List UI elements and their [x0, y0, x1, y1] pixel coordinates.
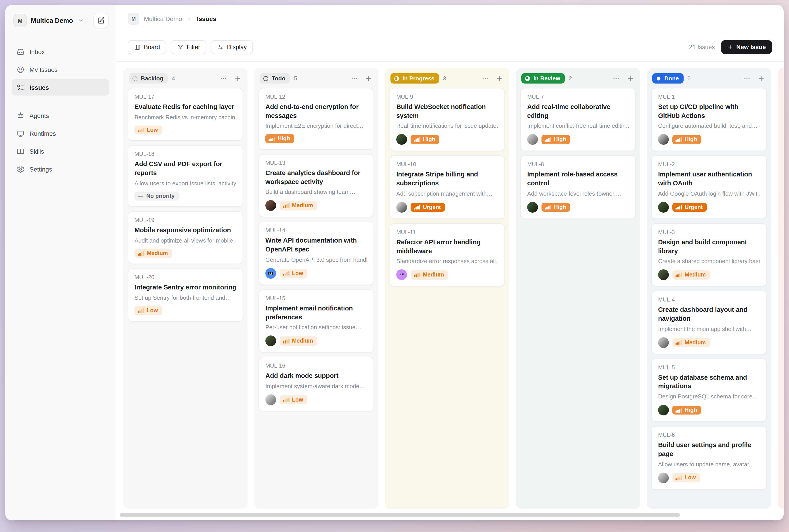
- chevron-down-icon[interactable]: [78, 17, 84, 24]
- issue-card[interactable]: MUL-6 Build user settings and profile pa…: [652, 426, 767, 489]
- issue-card[interactable]: MUL-14 Write API documentation with Open…: [259, 222, 374, 285]
- half-clock-icon: [394, 75, 400, 81]
- issue-card[interactable]: MUL-7 Add real-time collaborative editin…: [521, 88, 636, 151]
- priority-bars-icon: [676, 407, 682, 413]
- priority-label: No priority: [146, 193, 174, 199]
- filter-view-button[interactable]: Filter: [171, 40, 206, 54]
- column-in-review: In Review 2 MUL-7 Add real-time collabor…: [516, 68, 640, 509]
- new-issue-button[interactable]: New Issue: [721, 40, 772, 54]
- workspace-avatar[interactable]: M: [13, 14, 27, 27]
- issue-meta: Low: [134, 125, 236, 134]
- issue-id: MUL-18: [134, 151, 236, 157]
- issue-title: Add end-to-end encryption for messages: [265, 103, 367, 120]
- issue-card[interactable]: MUL-18 Add CSV and PDF export for report…: [128, 145, 243, 207]
- display-view-button[interactable]: Display: [211, 40, 253, 54]
- priority-bars-icon: [545, 205, 551, 210]
- priority-bars-icon: [283, 203, 289, 208]
- view-controls: Board Filter Display: [128, 40, 253, 54]
- issue-card[interactable]: MUL-15 Implement email notification pref…: [259, 289, 374, 353]
- issue-card[interactable]: MUL-4 Create dashboard layout and naviga…: [652, 291, 767, 354]
- issue-card[interactable]: MUL-3 Design and build component library…: [652, 223, 767, 287]
- compose-button[interactable]: [93, 13, 109, 28]
- issue-card[interactable]: MUL-9 Build WebSocket notification syste…: [390, 88, 505, 151]
- priority-bars-icon: [137, 251, 144, 256]
- priority-badge: Urgent: [672, 203, 707, 212]
- column-cards: MUL-7 Add real-time collaborative editin…: [521, 88, 636, 219]
- chevron-right-icon: [187, 16, 192, 22]
- priority-badge: High: [265, 134, 294, 144]
- issue-card[interactable]: MUL-19 Mobile responsive optimization Au…: [128, 211, 243, 264]
- priority-bars-icon: [676, 340, 682, 345]
- sidebar-item-issues[interactable]: Issues: [12, 79, 110, 96]
- issue-card[interactable]: MUL-12 Add end-to-end encryption for mes…: [259, 88, 374, 150]
- priority-bars-icon: [676, 475, 682, 480]
- sidebar-item-runtimes[interactable]: Runtimes: [12, 125, 110, 141]
- column-status-pill[interactable]: Done: [652, 73, 683, 83]
- issue-meta: High: [527, 202, 629, 213]
- issue-card[interactable]: MUL-16 Add dark mode support Implement s…: [259, 357, 374, 412]
- issue-card[interactable]: MUL-2 Implement user authentication with…: [652, 156, 767, 219]
- issue-meta: —No priority: [134, 191, 236, 201]
- issue-meta: Low: [658, 472, 760, 483]
- issue-id: MUL-1: [658, 94, 760, 100]
- sidebar-item-my-issues[interactable]: My Issues: [12, 61, 110, 78]
- issue-title: Create dashboard layout and navigation: [658, 306, 760, 323]
- board-view-button[interactable]: Board: [128, 40, 166, 54]
- scrollbar-thumb[interactable]: [120, 513, 680, 517]
- column-add-button[interactable]: [496, 75, 503, 82]
- column-todo: Todo 5 MUL-12 Add end-to-end encryption …: [254, 68, 378, 509]
- issue-card[interactable]: MUL-20 Integrate Sentry error monitoring…: [128, 269, 243, 321]
- column-label: In Progress: [402, 75, 434, 82]
- column-more-button[interactable]: [482, 75, 489, 82]
- column-done: Done 6 MUL-1 Set up CI/CD pipeline with …: [647, 68, 771, 509]
- sidebar-item-settings[interactable]: Settings: [12, 161, 110, 177]
- column-more-button[interactable]: [351, 75, 358, 82]
- sidebar-item-skills[interactable]: Skills: [12, 143, 110, 159]
- issue-title: Implement role-based access control: [527, 170, 629, 188]
- priority-bars-icon: [545, 137, 551, 142]
- plus-icon: [727, 44, 733, 50]
- issue-meta: Medium: [658, 270, 760, 280]
- issue-card[interactable]: MUL-1 Set up CI/CD pipeline with GitHub …: [652, 88, 767, 151]
- issue-card[interactable]: MUL-11 Refactor API error handling middl…: [390, 223, 505, 287]
- sidebar-item-agents[interactable]: Agents: [12, 107, 110, 124]
- column-status-pill[interactable]: In Progress: [391, 73, 439, 83]
- priority-label: Medium: [685, 272, 706, 278]
- issue-card[interactable]: MUL-13 Create analytics dashboard for wo…: [259, 154, 374, 217]
- priority-badge: Low: [280, 269, 307, 278]
- priority-label: High: [685, 407, 697, 413]
- issue-description: Add subscription management with…: [396, 190, 498, 197]
- column-add-button[interactable]: [758, 75, 765, 82]
- issue-card[interactable]: MUL-5 Set up database schema and migrati…: [652, 359, 767, 422]
- column-status-pill[interactable]: In Review: [521, 73, 565, 83]
- issue-card[interactable]: MUL-17 Evaluate Redis for caching layer …: [128, 88, 243, 141]
- priority-label: High: [554, 137, 566, 142]
- workspace-name[interactable]: Multica Demo: [31, 17, 73, 24]
- priority-label: Urgent: [423, 204, 441, 210]
- column-add-button[interactable]: [627, 75, 634, 82]
- priority-badge: Medium: [134, 249, 172, 258]
- column-more-button[interactable]: [220, 75, 227, 82]
- sidebar-item-inbox[interactable]: Inbox: [12, 43, 110, 60]
- assignee-avatar: [265, 395, 276, 405]
- priority-bars-icon: [414, 137, 420, 142]
- issue-title: Set up CI/CD pipeline with GitHub Action…: [658, 103, 760, 120]
- column-status-pill[interactable]: Todo: [260, 73, 290, 83]
- issue-id: MUL-17: [134, 94, 236, 100]
- horizontal-scrollbar[interactable]: [116, 511, 784, 520]
- column-add-button[interactable]: [234, 75, 241, 82]
- issue-card[interactable]: MUL-8 Implement role-based access contro…: [521, 156, 636, 219]
- issue-card[interactable]: MUL-10 Integrate Stripe billing and subs…: [390, 156, 505, 219]
- column-cards: MUL-17 Evaluate Redis for caching layer …: [128, 88, 243, 321]
- column-status-pill[interactable]: Backlog: [129, 73, 168, 83]
- issue-title: Add CSV and PDF export for reports: [134, 160, 236, 177]
- main-area: M Multica Demo Issues Board Filter Displ…: [116, 5, 784, 520]
- workspace-switcher[interactable]: M Multica Demo: [12, 12, 110, 28]
- priority-label: Low: [292, 397, 303, 402]
- column-add-button[interactable]: [365, 75, 372, 82]
- priority-label: Low: [147, 308, 158, 314]
- issue-title: Add dark mode support: [265, 372, 367, 381]
- breadcrumb-workspace[interactable]: Multica Demo: [144, 15, 182, 22]
- column-more-button[interactable]: [744, 75, 751, 82]
- column-more-button[interactable]: [613, 75, 620, 82]
